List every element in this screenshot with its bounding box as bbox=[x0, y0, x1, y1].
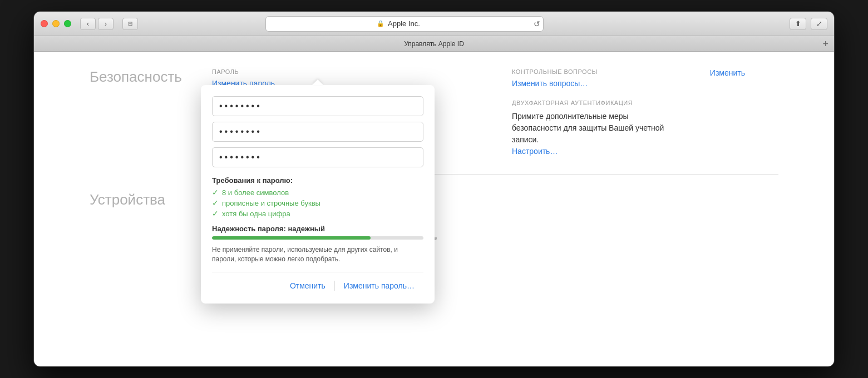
current-password-input[interactable] bbox=[212, 96, 423, 116]
requirement-3: ✓ хотя бы одна цифра bbox=[212, 209, 423, 218]
forward-icon: › bbox=[105, 20, 107, 28]
close-button[interactable] bbox=[41, 20, 48, 27]
strength-label: Надежность пароля: надежный bbox=[212, 225, 423, 233]
requirement-1: ✓ 8 и более символов bbox=[212, 188, 423, 197]
req-check-2: ✓ bbox=[212, 198, 219, 207]
req-text-1: 8 и более символов bbox=[222, 188, 289, 197]
strength-bar-fill bbox=[212, 236, 371, 240]
right-buttons: ⬆ ⤢ bbox=[790, 18, 827, 30]
security-label: Безопасность bbox=[90, 68, 212, 157]
forward-button[interactable]: › bbox=[98, 18, 114, 30]
two-factor-text: Примите дополнительные меры безопасности… bbox=[512, 112, 664, 144]
page: Безопасность ПАРОЛЬ Изменить пароль… КОН… bbox=[34, 52, 834, 366]
maximize-button[interactable] bbox=[64, 20, 71, 27]
tabbar: Управлять Apple ID + bbox=[34, 36, 834, 52]
reload-button[interactable]: ↺ bbox=[534, 19, 540, 28]
mac-frame: ‹ › ⊟ 🔒 Apple Inc. ↺ ⬆ ⤢ Управлять bbox=[33, 11, 835, 367]
req-text-2: прописные и строчные буквы bbox=[222, 199, 320, 207]
traffic-lights bbox=[41, 20, 71, 27]
questions-column: КОНТРОЛЬНЫЕ ВОПРОСЫ Изменить вопросы… Из… bbox=[512, 68, 778, 157]
url-bar-container: 🔒 Apple Inc. ↺ bbox=[265, 16, 544, 32]
minimize-button[interactable] bbox=[52, 20, 60, 27]
change-questions-link[interactable]: Изменить вопросы… bbox=[512, 79, 588, 88]
popup-arrow bbox=[312, 79, 323, 85]
requirements-label: Требования к паролю: bbox=[212, 176, 423, 185]
lock-icon: 🔒 bbox=[377, 20, 384, 27]
tab-title: Управлять Apple ID bbox=[404, 40, 464, 48]
req-check-3: ✓ bbox=[212, 209, 219, 218]
devices-label: Устройства bbox=[90, 191, 212, 260]
two-factor-description: Примите дополнительные меры безопасности… bbox=[512, 111, 679, 157]
two-factor-section: ДВУХФАКТОРНАЯ АУТЕНТИФИКАЦИЯ Примите доп… bbox=[512, 100, 778, 157]
fullscreen-button[interactable]: ⤢ bbox=[811, 18, 827, 30]
two-factor-header: ДВУХФАКТОРНАЯ АУТЕНТИФИКАЦИЯ bbox=[512, 100, 778, 106]
change-password-button[interactable]: Изменить пароль… bbox=[335, 279, 423, 292]
password-popup: Требования к паролю: ✓ 8 и более символо… bbox=[201, 85, 435, 304]
url-text: Apple Inc. bbox=[388, 19, 420, 28]
password-header: ПАРОЛЬ bbox=[212, 68, 479, 75]
titlebar: ‹ › ⊟ 🔒 Apple Inc. ↺ ⬆ ⤢ bbox=[34, 12, 834, 36]
change-button[interactable]: Изменить bbox=[710, 68, 745, 77]
strength-bar-container bbox=[212, 236, 423, 240]
confirm-password-input[interactable] bbox=[212, 147, 423, 167]
popup-buttons: Отменить Изменить пароль… bbox=[212, 272, 423, 292]
setup-link[interactable]: Настроить… bbox=[512, 147, 558, 156]
sidebar-icon: ⊟ bbox=[128, 21, 132, 27]
tab-add-button[interactable]: + bbox=[822, 39, 828, 49]
share-icon: ⬆ bbox=[795, 19, 801, 28]
url-bar[interactable]: 🔒 Apple Inc. bbox=[265, 16, 544, 32]
req-check-1: ✓ bbox=[212, 188, 219, 197]
cancel-button[interactable]: Отменить bbox=[281, 279, 334, 292]
back-button[interactable]: ‹ bbox=[80, 18, 96, 30]
req-text-3: хотя бы одна цифра bbox=[222, 210, 290, 218]
share-button[interactable]: ⬆ bbox=[790, 18, 806, 30]
fullscreen-icon: ⤢ bbox=[816, 19, 822, 28]
back-icon: ‹ bbox=[87, 20, 89, 28]
strength-warning: Не применяйте пароли, используемые для д… bbox=[212, 245, 423, 264]
new-password-input[interactable] bbox=[212, 122, 423, 142]
questions-header: КОНТРОЛЬНЫЕ ВОПРОСЫ bbox=[512, 68, 598, 75]
sidebar-toggle[interactable]: ⊟ bbox=[122, 18, 138, 30]
nav-buttons: ‹ › bbox=[80, 18, 114, 30]
requirement-2: ✓ прописные и строчные буквы bbox=[212, 198, 423, 207]
